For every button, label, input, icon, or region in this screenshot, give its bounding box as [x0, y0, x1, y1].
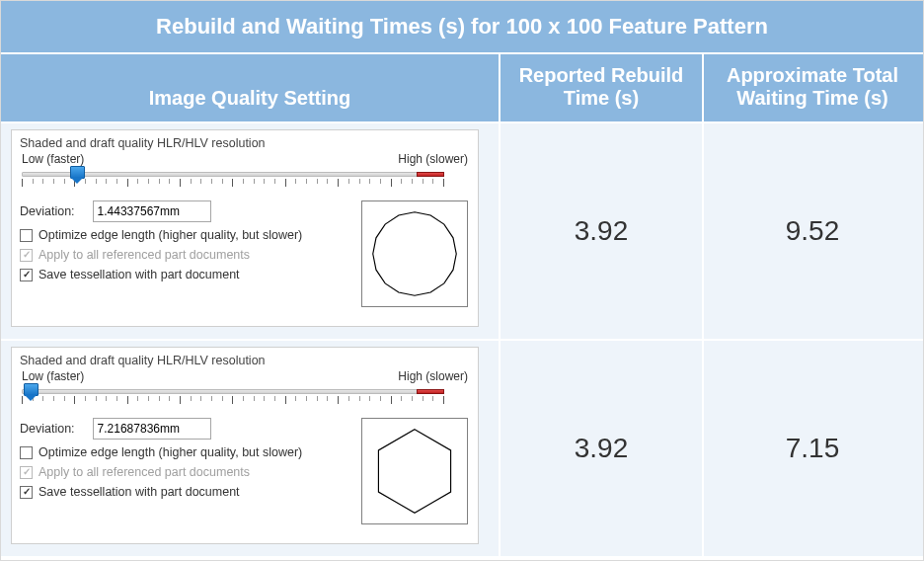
save-tessellation-checkbox[interactable]: Save tessellation with part document — [20, 485, 349, 499]
checkbox-icon — [20, 269, 33, 281]
table-title: Rebuild and Waiting Times (s) for 100 x … — [1, 1, 923, 54]
table-row: Shaded and draft quality HLR/HLV resolut… — [1, 123, 923, 341]
slider-track — [22, 389, 444, 394]
slider-end-labels: Low (faster) High (slower) — [20, 369, 470, 383]
slider-track-high-zone — [417, 172, 444, 177]
settings-cell: Shaded and draft quality HLR/HLV resolut… — [1, 341, 500, 556]
svg-marker-1 — [378, 430, 450, 513]
checkbox-icon — [20, 229, 33, 242]
slider-end-labels: Low (faster) High (slower) — [20, 152, 470, 166]
apply-to-all-checkbox: Apply to all referenced part documents — [20, 248, 349, 262]
checkbox-icon — [20, 466, 33, 479]
svg-marker-0 — [373, 212, 456, 295]
slider-ticks — [22, 396, 444, 404]
table-row: Shaded and draft quality HLR/HLV resolut… — [1, 341, 923, 558]
panel-title: Shaded and draft quality HLR/HLV resolut… — [20, 354, 470, 367]
checkbox-icon — [20, 249, 33, 262]
waiting-time-value: 9.52 — [704, 123, 921, 339]
quality-slider[interactable] — [20, 167, 446, 191]
slider-low-label: Low (faster) — [22, 369, 84, 383]
slider-track-high-zone — [417, 389, 444, 394]
slider-high-label: High (slower) — [398, 369, 468, 383]
slider-ticks — [22, 179, 444, 187]
apply-label: Apply to all referenced part documents — [38, 248, 250, 262]
tessellation-preview — [361, 200, 468, 307]
deviation-label: Deviation: — [20, 422, 75, 436]
optimize-label: Optimize edge length (higher quality, bu… — [38, 228, 302, 242]
waiting-time-value: 7.15 — [704, 341, 921, 556]
table-header-row: Image Quality Setting Reported Rebuild T… — [1, 54, 923, 123]
optimize-label: Optimize edge length (higher quality, bu… — [38, 445, 302, 459]
preview-polygon-icon — [367, 424, 462, 519]
slider-high-label: High (slower) — [398, 152, 468, 166]
optimize-edge-length-checkbox[interactable]: Optimize edge length (higher quality, bu… — [20, 445, 349, 459]
rebuild-time-value: 3.92 — [500, 341, 704, 556]
slider-low-label: Low (faster) — [22, 152, 84, 166]
apply-label: Apply to all referenced part documents — [38, 465, 250, 479]
save-label: Save tessellation with part document — [38, 268, 240, 281]
panel-title: Shaded and draft quality HLR/HLV resolut… — [20, 136, 470, 150]
settings-cell: Shaded and draft quality HLR/HLV resolut… — [1, 123, 500, 339]
slider-track — [22, 172, 444, 177]
header-approx-total-waiting-time: Approximate Total Waiting Time (s) — [704, 54, 921, 121]
header-image-quality-setting: Image Quality Setting — [1, 54, 500, 121]
benchmark-table: Rebuild and Waiting Times (s) for 100 x … — [0, 0, 924, 561]
deviation-input[interactable] — [93, 418, 211, 440]
save-tessellation-checkbox[interactable]: Save tessellation with part document — [20, 268, 349, 281]
image-quality-panel: Shaded and draft quality HLR/HLV resolut… — [11, 347, 479, 544]
rebuild-time-value: 3.92 — [500, 123, 704, 339]
save-label: Save tessellation with part document — [38, 485, 240, 499]
tessellation-preview — [361, 418, 468, 524]
checkbox-icon — [20, 486, 33, 499]
quality-slider[interactable] — [20, 384, 446, 408]
preview-polygon-icon — [367, 206, 462, 301]
checkbox-icon — [20, 446, 33, 459]
deviation-label: Deviation: — [20, 204, 75, 218]
apply-to-all-checkbox: Apply to all referenced part documents — [20, 465, 349, 479]
header-reported-rebuild-time: Reported Rebuild Time (s) — [500, 54, 704, 121]
optimize-edge-length-checkbox[interactable]: Optimize edge length (higher quality, bu… — [20, 228, 349, 242]
deviation-input[interactable] — [93, 200, 211, 222]
image-quality-panel: Shaded and draft quality HLR/HLV resolut… — [11, 129, 479, 327]
